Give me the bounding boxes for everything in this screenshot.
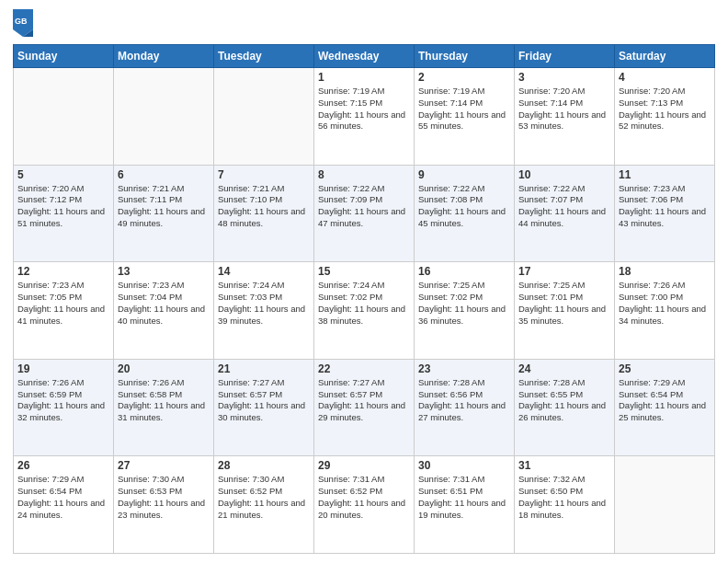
day-info: Sunrise: 7:26 AM Sunset: 7:00 PM Dayligh…	[619, 280, 711, 327]
day-info: Sunrise: 7:28 AM Sunset: 6:56 PM Dayligh…	[418, 377, 510, 424]
weekday-header-cell: Tuesday	[214, 45, 314, 68]
day-number: 12	[17, 265, 109, 278]
day-info: Sunrise: 7:24 AM Sunset: 7:03 PM Dayligh…	[218, 280, 310, 327]
calendar-day-cell: 13Sunrise: 7:23 AM Sunset: 7:04 PM Dayli…	[114, 262, 214, 360]
day-number: 8	[318, 168, 410, 181]
calendar-table: SundayMondayTuesdayWednesdayThursdayFrid…	[13, 44, 715, 554]
day-number: 23	[418, 362, 510, 375]
day-number: 29	[318, 459, 410, 472]
calendar-day-cell: 7Sunrise: 7:21 AM Sunset: 7:10 PM Daylig…	[214, 165, 314, 262]
day-number: 15	[318, 265, 410, 278]
calendar-week-row: 26Sunrise: 7:29 AM Sunset: 6:54 PM Dayli…	[14, 456, 715, 554]
calendar-day-cell: 4Sunrise: 7:20 AM Sunset: 7:13 PM Daylig…	[615, 68, 715, 166]
calendar-day-cell	[14, 68, 114, 166]
weekday-header-cell: Sunday	[14, 45, 114, 68]
day-info: Sunrise: 7:24 AM Sunset: 7:02 PM Dayligh…	[318, 280, 410, 327]
calendar-day-cell: 9Sunrise: 7:22 AM Sunset: 7:08 PM Daylig…	[415, 165, 515, 262]
day-info: Sunrise: 7:27 AM Sunset: 6:57 PM Dayligh…	[218, 377, 310, 424]
day-info: Sunrise: 7:29 AM Sunset: 6:54 PM Dayligh…	[17, 474, 109, 521]
day-info: Sunrise: 7:20 AM Sunset: 7:14 PM Dayligh…	[518, 86, 610, 132]
calendar-day-cell: 23Sunrise: 7:28 AM Sunset: 6:56 PM Dayli…	[415, 359, 515, 456]
calendar-day-cell: 31Sunrise: 7:32 AM Sunset: 6:50 PM Dayli…	[515, 456, 615, 554]
day-number: 9	[418, 168, 510, 181]
calendar-day-cell: 18Sunrise: 7:26 AM Sunset: 7:00 PM Dayli…	[615, 262, 715, 360]
calendar-day-cell: 16Sunrise: 7:25 AM Sunset: 7:02 PM Dayli…	[415, 262, 515, 360]
page-container: GB SundayMondayTuesdayWednesdayThursdayF…	[0, 0, 728, 563]
weekday-header-row: SundayMondayTuesdayWednesdayThursdayFrid…	[14, 45, 715, 68]
day-info: Sunrise: 7:22 AM Sunset: 7:08 PM Dayligh…	[418, 183, 510, 230]
day-number: 5	[17, 168, 109, 181]
day-info: Sunrise: 7:30 AM Sunset: 6:52 PM Dayligh…	[218, 474, 310, 521]
weekday-header-cell: Saturday	[615, 45, 715, 68]
calendar-day-cell: 12Sunrise: 7:23 AM Sunset: 7:05 PM Dayli…	[14, 262, 114, 360]
weekday-header-cell: Monday	[114, 45, 214, 68]
calendar-day-cell: 27Sunrise: 7:30 AM Sunset: 6:53 PM Dayli…	[114, 456, 214, 554]
day-info: Sunrise: 7:19 AM Sunset: 7:15 PM Dayligh…	[318, 86, 410, 132]
day-number: 22	[318, 362, 410, 375]
day-number: 11	[619, 168, 711, 181]
day-info: Sunrise: 7:20 AM Sunset: 7:12 PM Dayligh…	[17, 183, 109, 230]
day-number: 7	[218, 168, 310, 181]
day-info: Sunrise: 7:29 AM Sunset: 6:54 PM Dayligh…	[619, 377, 711, 424]
day-number: 21	[218, 362, 310, 375]
calendar-day-cell: 28Sunrise: 7:30 AM Sunset: 6:52 PM Dayli…	[214, 456, 314, 554]
weekday-header-cell: Wednesday	[314, 45, 415, 68]
calendar-day-cell: 1Sunrise: 7:19 AM Sunset: 7:15 PM Daylig…	[314, 68, 415, 166]
day-info: Sunrise: 7:25 AM Sunset: 7:02 PM Dayligh…	[418, 280, 510, 327]
calendar-day-cell	[114, 68, 214, 166]
day-info: Sunrise: 7:20 AM Sunset: 7:13 PM Dayligh…	[619, 86, 711, 132]
calendar-day-cell: 21Sunrise: 7:27 AM Sunset: 6:57 PM Dayli…	[214, 359, 314, 456]
day-info: Sunrise: 7:22 AM Sunset: 7:09 PM Dayligh…	[318, 183, 410, 230]
day-number: 19	[17, 362, 109, 375]
calendar-day-cell: 2Sunrise: 7:19 AM Sunset: 7:14 PM Daylig…	[415, 68, 515, 166]
day-info: Sunrise: 7:31 AM Sunset: 6:51 PM Dayligh…	[418, 474, 510, 521]
calendar-day-cell: 30Sunrise: 7:31 AM Sunset: 6:51 PM Dayli…	[415, 456, 515, 554]
day-info: Sunrise: 7:25 AM Sunset: 7:01 PM Dayligh…	[518, 280, 610, 327]
day-info: Sunrise: 7:21 AM Sunset: 7:11 PM Dayligh…	[118, 183, 210, 230]
calendar-day-cell: 24Sunrise: 7:28 AM Sunset: 6:55 PM Dayli…	[515, 359, 615, 456]
calendar-day-cell: 26Sunrise: 7:29 AM Sunset: 6:54 PM Dayli…	[14, 456, 114, 554]
day-number: 30	[418, 459, 510, 472]
calendar-day-cell: 6Sunrise: 7:21 AM Sunset: 7:11 PM Daylig…	[114, 165, 214, 262]
calendar-day-cell: 15Sunrise: 7:24 AM Sunset: 7:02 PM Dayli…	[314, 262, 415, 360]
day-number: 13	[118, 265, 210, 278]
calendar-day-cell: 22Sunrise: 7:27 AM Sunset: 6:57 PM Dayli…	[314, 359, 415, 456]
day-info: Sunrise: 7:23 AM Sunset: 7:04 PM Dayligh…	[118, 280, 210, 327]
day-number: 25	[619, 362, 711, 375]
day-number: 31	[518, 459, 610, 472]
calendar-day-cell: 11Sunrise: 7:23 AM Sunset: 7:06 PM Dayli…	[615, 165, 715, 262]
calendar-day-cell: 5Sunrise: 7:20 AM Sunset: 7:12 PM Daylig…	[14, 165, 114, 262]
day-number: 17	[518, 265, 610, 278]
day-number: 28	[218, 459, 310, 472]
day-number: 4	[619, 71, 711, 84]
header: GB	[13, 9, 715, 37]
calendar-day-cell: 19Sunrise: 7:26 AM Sunset: 6:59 PM Dayli…	[14, 359, 114, 456]
day-number: 27	[118, 459, 210, 472]
calendar-week-row: 1Sunrise: 7:19 AM Sunset: 7:15 PM Daylig…	[14, 68, 715, 166]
day-info: Sunrise: 7:30 AM Sunset: 6:53 PM Dayligh…	[118, 474, 210, 521]
calendar-day-cell: 29Sunrise: 7:31 AM Sunset: 6:52 PM Dayli…	[314, 456, 415, 554]
day-info: Sunrise: 7:23 AM Sunset: 7:06 PM Dayligh…	[619, 183, 711, 230]
day-number: 14	[218, 265, 310, 278]
calendar-body: 1Sunrise: 7:19 AM Sunset: 7:15 PM Daylig…	[14, 68, 715, 554]
day-number: 20	[118, 362, 210, 375]
svg-text:GB: GB	[15, 17, 28, 26]
day-number: 6	[118, 168, 210, 181]
calendar-week-row: 12Sunrise: 7:23 AM Sunset: 7:05 PM Dayli…	[14, 262, 715, 360]
calendar-day-cell: 10Sunrise: 7:22 AM Sunset: 7:07 PM Dayli…	[515, 165, 615, 262]
day-number: 16	[418, 265, 510, 278]
day-number: 26	[17, 459, 109, 472]
day-info: Sunrise: 7:23 AM Sunset: 7:05 PM Dayligh…	[17, 280, 109, 327]
calendar-day-cell: 17Sunrise: 7:25 AM Sunset: 7:01 PM Dayli…	[515, 262, 615, 360]
weekday-header-cell: Friday	[515, 45, 615, 68]
weekday-header-cell: Thursday	[415, 45, 515, 68]
day-info: Sunrise: 7:19 AM Sunset: 7:14 PM Dayligh…	[418, 86, 510, 132]
calendar-day-cell	[615, 456, 715, 554]
logo-icon: GB	[13, 9, 33, 37]
day-info: Sunrise: 7:26 AM Sunset: 6:58 PM Dayligh…	[118, 377, 210, 424]
calendar-week-row: 5Sunrise: 7:20 AM Sunset: 7:12 PM Daylig…	[14, 165, 715, 262]
calendar-day-cell: 8Sunrise: 7:22 AM Sunset: 7:09 PM Daylig…	[314, 165, 415, 262]
day-number: 3	[518, 71, 610, 84]
calendar-day-cell: 25Sunrise: 7:29 AM Sunset: 6:54 PM Dayli…	[615, 359, 715, 456]
calendar-week-row: 19Sunrise: 7:26 AM Sunset: 6:59 PM Dayli…	[14, 359, 715, 456]
